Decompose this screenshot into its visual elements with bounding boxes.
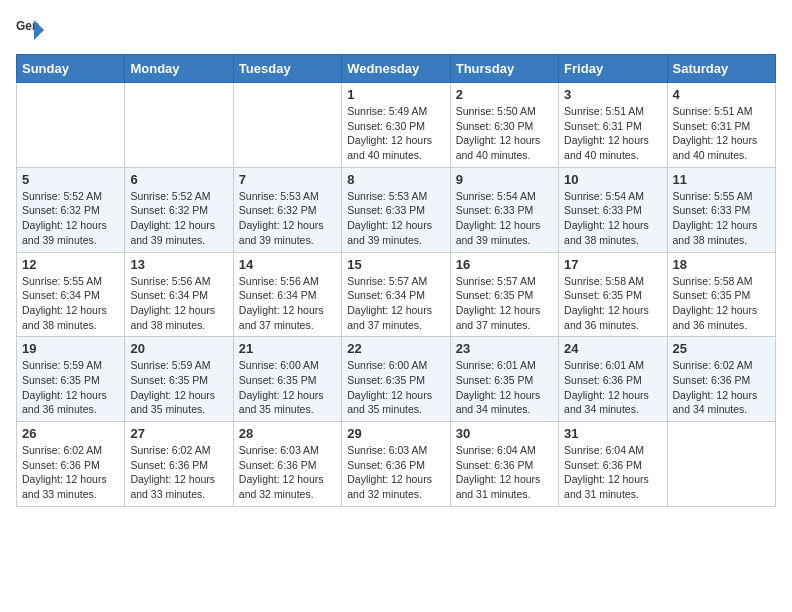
day-info: Sunrise: 5:50 AMSunset: 6:30 PMDaylight:… <box>456 104 553 163</box>
calendar-day-cell: 28Sunrise: 6:03 AMSunset: 6:36 PMDayligh… <box>233 422 341 507</box>
day-info: Sunrise: 5:54 AMSunset: 6:33 PMDaylight:… <box>456 189 553 248</box>
calendar-day-cell: 18Sunrise: 5:58 AMSunset: 6:35 PMDayligh… <box>667 252 775 337</box>
calendar-week-row: 5Sunrise: 5:52 AMSunset: 6:32 PMDaylight… <box>17 167 776 252</box>
day-number: 14 <box>239 257 336 272</box>
calendar-day-cell: 3Sunrise: 5:51 AMSunset: 6:31 PMDaylight… <box>559 83 667 168</box>
day-number: 24 <box>564 341 661 356</box>
day-number: 30 <box>456 426 553 441</box>
day-info: Sunrise: 5:51 AMSunset: 6:31 PMDaylight:… <box>564 104 661 163</box>
calendar-day-cell: 6Sunrise: 5:52 AMSunset: 6:32 PMDaylight… <box>125 167 233 252</box>
day-info: Sunrise: 5:55 AMSunset: 6:33 PMDaylight:… <box>673 189 770 248</box>
calendar-day-cell <box>125 83 233 168</box>
calendar-day-cell: 7Sunrise: 5:53 AMSunset: 6:32 PMDaylight… <box>233 167 341 252</box>
calendar-day-cell: 24Sunrise: 6:01 AMSunset: 6:36 PMDayligh… <box>559 337 667 422</box>
day-number: 19 <box>22 341 119 356</box>
day-info: Sunrise: 6:02 AMSunset: 6:36 PMDaylight:… <box>22 443 119 502</box>
day-info: Sunrise: 6:01 AMSunset: 6:36 PMDaylight:… <box>564 358 661 417</box>
calendar-day-cell: 10Sunrise: 5:54 AMSunset: 6:33 PMDayligh… <box>559 167 667 252</box>
calendar-week-row: 12Sunrise: 5:55 AMSunset: 6:34 PMDayligh… <box>17 252 776 337</box>
day-info: Sunrise: 5:56 AMSunset: 6:34 PMDaylight:… <box>239 274 336 333</box>
day-number: 17 <box>564 257 661 272</box>
day-number: 25 <box>673 341 770 356</box>
calendar-day-cell: 30Sunrise: 6:04 AMSunset: 6:36 PMDayligh… <box>450 422 558 507</box>
day-info: Sunrise: 5:51 AMSunset: 6:31 PMDaylight:… <box>673 104 770 163</box>
day-number: 7 <box>239 172 336 187</box>
calendar-week-row: 1Sunrise: 5:49 AMSunset: 6:30 PMDaylight… <box>17 83 776 168</box>
day-number: 10 <box>564 172 661 187</box>
day-info: Sunrise: 6:02 AMSunset: 6:36 PMDaylight:… <box>130 443 227 502</box>
day-number: 12 <box>22 257 119 272</box>
day-number: 23 <box>456 341 553 356</box>
calendar-day-cell: 14Sunrise: 5:56 AMSunset: 6:34 PMDayligh… <box>233 252 341 337</box>
day-number: 26 <box>22 426 119 441</box>
calendar-day-cell: 15Sunrise: 5:57 AMSunset: 6:34 PMDayligh… <box>342 252 450 337</box>
calendar-day-cell: 11Sunrise: 5:55 AMSunset: 6:33 PMDayligh… <box>667 167 775 252</box>
day-info: Sunrise: 6:02 AMSunset: 6:36 PMDaylight:… <box>673 358 770 417</box>
logo: Gen <box>16 16 48 44</box>
calendar-day-cell: 9Sunrise: 5:54 AMSunset: 6:33 PMDaylight… <box>450 167 558 252</box>
calendar-day-cell: 16Sunrise: 5:57 AMSunset: 6:35 PMDayligh… <box>450 252 558 337</box>
calendar-day-cell: 22Sunrise: 6:00 AMSunset: 6:35 PMDayligh… <box>342 337 450 422</box>
day-number: 20 <box>130 341 227 356</box>
day-info: Sunrise: 6:04 AMSunset: 6:36 PMDaylight:… <box>564 443 661 502</box>
calendar-day-cell: 5Sunrise: 5:52 AMSunset: 6:32 PMDaylight… <box>17 167 125 252</box>
calendar-day-cell: 12Sunrise: 5:55 AMSunset: 6:34 PMDayligh… <box>17 252 125 337</box>
calendar-day-cell: 23Sunrise: 6:01 AMSunset: 6:35 PMDayligh… <box>450 337 558 422</box>
day-info: Sunrise: 5:58 AMSunset: 6:35 PMDaylight:… <box>564 274 661 333</box>
day-info: Sunrise: 5:59 AMSunset: 6:35 PMDaylight:… <box>130 358 227 417</box>
calendar-day-cell: 1Sunrise: 5:49 AMSunset: 6:30 PMDaylight… <box>342 83 450 168</box>
calendar-day-cell <box>667 422 775 507</box>
weekday-header-cell: Tuesday <box>233 55 341 83</box>
calendar: SundayMondayTuesdayWednesdayThursdayFrid… <box>16 54 776 507</box>
day-info: Sunrise: 5:52 AMSunset: 6:32 PMDaylight:… <box>130 189 227 248</box>
day-number: 4 <box>673 87 770 102</box>
day-info: Sunrise: 6:03 AMSunset: 6:36 PMDaylight:… <box>347 443 444 502</box>
calendar-day-cell: 29Sunrise: 6:03 AMSunset: 6:36 PMDayligh… <box>342 422 450 507</box>
calendar-day-cell: 4Sunrise: 5:51 AMSunset: 6:31 PMDaylight… <box>667 83 775 168</box>
day-info: Sunrise: 5:53 AMSunset: 6:32 PMDaylight:… <box>239 189 336 248</box>
weekday-header-cell: Saturday <box>667 55 775 83</box>
calendar-day-cell: 13Sunrise: 5:56 AMSunset: 6:34 PMDayligh… <box>125 252 233 337</box>
calendar-day-cell: 31Sunrise: 6:04 AMSunset: 6:36 PMDayligh… <box>559 422 667 507</box>
day-info: Sunrise: 6:00 AMSunset: 6:35 PMDaylight:… <box>239 358 336 417</box>
calendar-day-cell: 25Sunrise: 6:02 AMSunset: 6:36 PMDayligh… <box>667 337 775 422</box>
weekday-header-cell: Monday <box>125 55 233 83</box>
calendar-day-cell <box>233 83 341 168</box>
calendar-week-row: 19Sunrise: 5:59 AMSunset: 6:35 PMDayligh… <box>17 337 776 422</box>
calendar-day-cell: 20Sunrise: 5:59 AMSunset: 6:35 PMDayligh… <box>125 337 233 422</box>
day-number: 9 <box>456 172 553 187</box>
calendar-day-cell: 17Sunrise: 5:58 AMSunset: 6:35 PMDayligh… <box>559 252 667 337</box>
day-number: 5 <box>22 172 119 187</box>
day-number: 2 <box>456 87 553 102</box>
calendar-day-cell: 21Sunrise: 6:00 AMSunset: 6:35 PMDayligh… <box>233 337 341 422</box>
day-info: Sunrise: 6:00 AMSunset: 6:35 PMDaylight:… <box>347 358 444 417</box>
calendar-day-cell: 27Sunrise: 6:02 AMSunset: 6:36 PMDayligh… <box>125 422 233 507</box>
day-number: 6 <box>130 172 227 187</box>
weekday-header-cell: Sunday <box>17 55 125 83</box>
day-info: Sunrise: 5:54 AMSunset: 6:33 PMDaylight:… <box>564 189 661 248</box>
day-number: 31 <box>564 426 661 441</box>
day-number: 3 <box>564 87 661 102</box>
calendar-day-cell: 19Sunrise: 5:59 AMSunset: 6:35 PMDayligh… <box>17 337 125 422</box>
day-info: Sunrise: 6:01 AMSunset: 6:35 PMDaylight:… <box>456 358 553 417</box>
day-info: Sunrise: 5:56 AMSunset: 6:34 PMDaylight:… <box>130 274 227 333</box>
day-info: Sunrise: 5:57 AMSunset: 6:35 PMDaylight:… <box>456 274 553 333</box>
day-number: 29 <box>347 426 444 441</box>
weekday-header-cell: Wednesday <box>342 55 450 83</box>
day-info: Sunrise: 5:57 AMSunset: 6:34 PMDaylight:… <box>347 274 444 333</box>
day-info: Sunrise: 5:58 AMSunset: 6:35 PMDaylight:… <box>673 274 770 333</box>
day-info: Sunrise: 5:52 AMSunset: 6:32 PMDaylight:… <box>22 189 119 248</box>
calendar-day-cell: 26Sunrise: 6:02 AMSunset: 6:36 PMDayligh… <box>17 422 125 507</box>
day-info: Sunrise: 6:03 AMSunset: 6:36 PMDaylight:… <box>239 443 336 502</box>
weekday-header-row: SundayMondayTuesdayWednesdayThursdayFrid… <box>17 55 776 83</box>
calendar-day-cell: 8Sunrise: 5:53 AMSunset: 6:33 PMDaylight… <box>342 167 450 252</box>
logo-icon: Gen <box>16 16 44 44</box>
day-number: 27 <box>130 426 227 441</box>
day-number: 11 <box>673 172 770 187</box>
day-number: 16 <box>456 257 553 272</box>
day-number: 1 <box>347 87 444 102</box>
day-number: 28 <box>239 426 336 441</box>
day-info: Sunrise: 5:59 AMSunset: 6:35 PMDaylight:… <box>22 358 119 417</box>
header: Gen <box>16 16 776 44</box>
day-info: Sunrise: 5:49 AMSunset: 6:30 PMDaylight:… <box>347 104 444 163</box>
